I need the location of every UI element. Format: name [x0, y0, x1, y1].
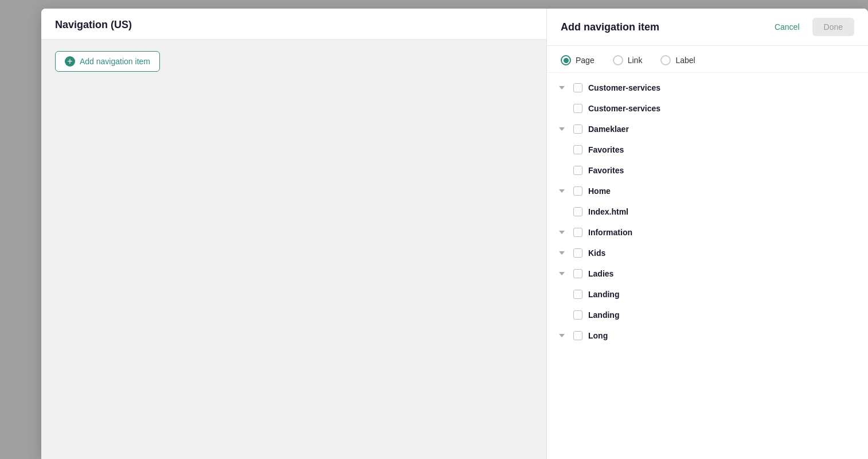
item-label: Favorites [588, 145, 624, 154]
list-item[interactable]: Kids [547, 243, 868, 263]
left-panel: Navigation (US) + Add navigation item [41, 9, 547, 459]
list-item[interactable]: Dameklaer [547, 119, 868, 139]
list-item[interactable]: Favorites [547, 139, 868, 160]
chevron-down-icon [556, 127, 568, 131]
list-item[interactable]: Long [547, 325, 868, 346]
item-checkbox[interactable] [573, 310, 582, 320]
radio-label-label: Label [675, 56, 695, 65]
item-checkbox[interactable] [573, 166, 582, 175]
item-checkbox[interactable] [573, 125, 582, 134]
list-item[interactable]: Home [547, 181, 868, 201]
left-header: Navigation (US) [41, 9, 546, 40]
navigation-items-list: Customer-servicesCustomer-servicesDamekl… [547, 73, 868, 459]
right-panel-title: Add navigation item [561, 21, 659, 33]
item-checkbox[interactable] [573, 331, 582, 340]
item-label: Landing [588, 290, 619, 299]
item-label: Dameklaer [588, 125, 629, 134]
item-label: Favorites [588, 166, 624, 175]
radio-circle-page [561, 55, 571, 65]
add-navigation-item-button[interactable]: + Add navigation item [55, 51, 160, 72]
chevron-down-icon [556, 272, 568, 275]
radio-option-label[interactable]: Label [660, 55, 695, 65]
radio-option-link[interactable]: Link [613, 55, 643, 65]
radio-label-page: Page [576, 56, 595, 65]
add-navigation-item-label: Add navigation item [80, 57, 150, 66]
list-item[interactable]: Landing [547, 305, 868, 325]
plus-circle-icon: + [65, 56, 75, 67]
right-panel: Add navigation item Cancel Done Page Lin… [547, 9, 868, 459]
item-label: Ladies [588, 269, 613, 278]
chevron-down-icon [556, 86, 568, 90]
radio-option-page[interactable]: Page [561, 55, 595, 65]
item-label: Customer-services [588, 104, 660, 113]
chevron-down-icon [556, 231, 568, 234]
item-checkbox[interactable] [573, 290, 582, 299]
list-item[interactable]: Landing [547, 284, 868, 305]
item-checkbox[interactable] [573, 248, 582, 258]
right-panel-header: Add navigation item Cancel Done [547, 9, 868, 46]
left-panel-body: + Add navigation item [41, 40, 546, 459]
item-checkbox[interactable] [573, 228, 582, 237]
item-label: Information [588, 228, 632, 237]
radio-circle-link [613, 55, 623, 65]
modal-container: Navigation (US) + Add navigation item Ad… [41, 9, 868, 459]
header-actions: Cancel Done [769, 18, 854, 36]
item-checkbox[interactable] [573, 145, 582, 154]
radio-circle-label-type [660, 55, 671, 65]
list-item[interactable]: Index.html [547, 201, 868, 222]
chevron-down-icon [556, 251, 568, 255]
item-checkbox[interactable] [573, 83, 582, 92]
item-checkbox[interactable] [573, 269, 582, 278]
list-item[interactable]: Ladies [547, 263, 868, 284]
item-checkbox[interactable] [573, 104, 582, 113]
item-label: Long [588, 331, 608, 340]
radio-label-link: Link [628, 56, 643, 65]
radio-tab-group: Page Link Label [547, 46, 868, 73]
cancel-button[interactable]: Cancel [769, 19, 806, 35]
list-item[interactable]: Favorites [547, 160, 868, 181]
item-checkbox[interactable] [573, 186, 582, 196]
list-item[interactable]: Customer-services [547, 77, 868, 98]
done-button[interactable]: Done [812, 18, 854, 36]
item-label: Home [588, 186, 611, 196]
list-item[interactable]: Information [547, 222, 868, 243]
item-label: Index.html [588, 207, 628, 216]
left-panel-title: Navigation (US) [55, 19, 132, 30]
list-item[interactable]: Customer-services [547, 98, 868, 119]
item-label: Landing [588, 310, 619, 320]
chevron-down-icon [556, 334, 568, 337]
chevron-down-icon [556, 189, 568, 193]
item-label: Kids [588, 248, 605, 258]
item-label: Customer-services [588, 83, 660, 92]
item-checkbox[interactable] [573, 207, 582, 216]
